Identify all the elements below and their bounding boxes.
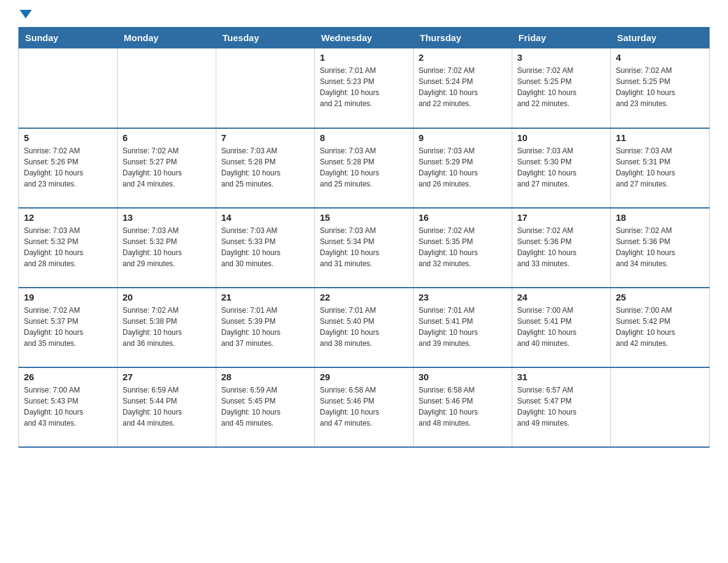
calendar-day-cell (118, 48, 216, 128)
calendar-day-cell: 29Sunrise: 6:58 AM Sunset: 5:46 PM Dayli… (315, 367, 414, 447)
day-number: 28 (221, 372, 309, 382)
calendar-day-cell: 7Sunrise: 7:03 AM Sunset: 5:28 PM Daylig… (216, 128, 315, 208)
day-number: 12 (24, 212, 112, 223)
day-number: 10 (517, 132, 605, 143)
calendar-day-cell: 23Sunrise: 7:01 AM Sunset: 5:41 PM Dayli… (414, 288, 512, 367)
calendar-body: 1Sunrise: 7:01 AM Sunset: 5:23 PM Daylig… (19, 48, 710, 447)
day-number: 16 (419, 212, 507, 223)
calendar-day-cell: 10Sunrise: 7:03 AM Sunset: 5:30 PM Dayli… (512, 128, 611, 208)
day-number: 26 (24, 372, 112, 382)
calendar-day-cell: 9Sunrise: 7:03 AM Sunset: 5:29 PM Daylig… (414, 128, 512, 208)
logo (18, 12, 32, 21)
calendar-day-cell: 24Sunrise: 7:00 AM Sunset: 5:41 PM Dayli… (512, 288, 611, 367)
calendar-header: SundayMondayTuesdayWednesdayThursdayFrid… (19, 28, 710, 48)
calendar-day-cell: 2Sunrise: 7:02 AM Sunset: 5:24 PM Daylig… (414, 48, 512, 128)
day-number: 11 (616, 132, 704, 143)
day-info: Sunrise: 7:03 AM Sunset: 5:32 PM Dayligh… (123, 225, 211, 269)
day-info: Sunrise: 7:03 AM Sunset: 5:33 PM Dayligh… (221, 225, 309, 269)
calendar-day-cell: 12Sunrise: 7:03 AM Sunset: 5:32 PM Dayli… (19, 208, 118, 288)
calendar-day-cell: 1Sunrise: 7:01 AM Sunset: 5:23 PM Daylig… (315, 48, 414, 128)
calendar-day-cell: 11Sunrise: 7:03 AM Sunset: 5:31 PM Dayli… (611, 128, 710, 208)
day-info: Sunrise: 6:58 AM Sunset: 5:46 PM Dayligh… (320, 385, 408, 429)
calendar-header-cell: Tuesday (216, 28, 315, 48)
calendar-day-cell: 6Sunrise: 7:02 AM Sunset: 5:27 PM Daylig… (118, 128, 216, 208)
calendar-day-cell: 30Sunrise: 6:58 AM Sunset: 5:46 PM Dayli… (414, 367, 512, 447)
calendar-day-cell: 18Sunrise: 7:02 AM Sunset: 5:36 PM Dayli… (611, 208, 710, 288)
day-info: Sunrise: 7:01 AM Sunset: 5:39 PM Dayligh… (221, 305, 309, 349)
day-info: Sunrise: 7:03 AM Sunset: 5:28 PM Dayligh… (221, 145, 309, 190)
day-number: 9 (419, 132, 507, 143)
day-info: Sunrise: 7:02 AM Sunset: 5:36 PM Dayligh… (616, 225, 704, 269)
day-number: 29 (320, 372, 408, 382)
day-info: Sunrise: 7:02 AM Sunset: 5:35 PM Dayligh… (419, 225, 507, 269)
day-number: 25 (616, 292, 704, 302)
day-number: 20 (123, 292, 211, 302)
day-number: 8 (320, 132, 408, 143)
day-info: Sunrise: 7:00 AM Sunset: 5:42 PM Dayligh… (616, 305, 704, 349)
day-info: Sunrise: 7:03 AM Sunset: 5:34 PM Dayligh… (320, 225, 408, 269)
day-info: Sunrise: 7:01 AM Sunset: 5:40 PM Dayligh… (320, 305, 408, 349)
day-number: 4 (616, 52, 704, 63)
day-info: Sunrise: 7:00 AM Sunset: 5:41 PM Dayligh… (517, 305, 605, 349)
day-info: Sunrise: 6:57 AM Sunset: 5:47 PM Dayligh… (517, 385, 605, 429)
calendar-day-cell: 16Sunrise: 7:02 AM Sunset: 5:35 PM Dayli… (414, 208, 512, 288)
day-info: Sunrise: 7:02 AM Sunset: 5:36 PM Dayligh… (517, 225, 605, 269)
calendar-week-row: 19Sunrise: 7:02 AM Sunset: 5:37 PM Dayli… (19, 288, 710, 367)
calendar-week-row: 1Sunrise: 7:01 AM Sunset: 5:23 PM Daylig… (19, 48, 710, 128)
day-number: 18 (616, 212, 704, 223)
day-info: Sunrise: 7:02 AM Sunset: 5:26 PM Dayligh… (24, 145, 112, 190)
calendar-day-cell: 21Sunrise: 7:01 AM Sunset: 5:39 PM Dayli… (216, 288, 315, 367)
day-info: Sunrise: 6:59 AM Sunset: 5:44 PM Dayligh… (123, 385, 211, 429)
day-info: Sunrise: 7:02 AM Sunset: 5:25 PM Dayligh… (616, 65, 704, 109)
calendar-header-cell: Sunday (19, 28, 118, 48)
calendar-day-cell: 4Sunrise: 7:02 AM Sunset: 5:25 PM Daylig… (611, 48, 710, 128)
page-header (18, 12, 710, 21)
day-info: Sunrise: 7:02 AM Sunset: 5:38 PM Dayligh… (123, 305, 211, 349)
day-number: 5 (24, 132, 112, 143)
day-info: Sunrise: 7:02 AM Sunset: 5:37 PM Dayligh… (24, 305, 112, 349)
day-info: Sunrise: 6:59 AM Sunset: 5:45 PM Dayligh… (221, 385, 309, 429)
day-info: Sunrise: 7:03 AM Sunset: 5:31 PM Dayligh… (616, 145, 704, 190)
day-number: 17 (517, 212, 605, 223)
day-info: Sunrise: 7:00 AM Sunset: 5:43 PM Dayligh… (24, 385, 112, 429)
day-number: 24 (517, 292, 605, 302)
day-info: Sunrise: 7:03 AM Sunset: 5:32 PM Dayligh… (24, 225, 112, 269)
day-number: 14 (221, 212, 309, 223)
calendar-header-cell: Friday (512, 28, 611, 48)
day-number: 22 (320, 292, 408, 302)
calendar-header-cell: Thursday (414, 28, 512, 48)
calendar-week-row: 12Sunrise: 7:03 AM Sunset: 5:32 PM Dayli… (19, 208, 710, 288)
calendar-header-row: SundayMondayTuesdayWednesdayThursdayFrid… (19, 28, 710, 48)
calendar-day-cell: 20Sunrise: 7:02 AM Sunset: 5:38 PM Dayli… (118, 288, 216, 367)
calendar: SundayMondayTuesdayWednesdayThursdayFrid… (18, 27, 710, 448)
calendar-day-cell: 3Sunrise: 7:02 AM Sunset: 5:25 PM Daylig… (512, 48, 611, 128)
day-number: 27 (123, 372, 211, 382)
calendar-header-cell: Saturday (611, 28, 710, 48)
day-number: 7 (221, 132, 309, 143)
calendar-day-cell: 26Sunrise: 7:00 AM Sunset: 5:43 PM Dayli… (19, 367, 118, 447)
day-info: Sunrise: 7:03 AM Sunset: 5:29 PM Dayligh… (419, 145, 507, 190)
day-number: 2 (419, 52, 507, 63)
day-info: Sunrise: 7:03 AM Sunset: 5:28 PM Dayligh… (320, 145, 408, 190)
calendar-day-cell (611, 367, 710, 447)
calendar-day-cell: 5Sunrise: 7:02 AM Sunset: 5:26 PM Daylig… (19, 128, 118, 208)
day-info: Sunrise: 6:58 AM Sunset: 5:46 PM Dayligh… (419, 385, 507, 429)
calendar-day-cell: 31Sunrise: 6:57 AM Sunset: 5:47 PM Dayli… (512, 367, 611, 447)
day-number: 6 (123, 132, 211, 143)
calendar-day-cell: 19Sunrise: 7:02 AM Sunset: 5:37 PM Dayli… (19, 288, 118, 367)
logo-triangle-icon (20, 10, 32, 18)
day-number: 31 (517, 372, 605, 382)
calendar-day-cell: 27Sunrise: 6:59 AM Sunset: 5:44 PM Dayli… (118, 367, 216, 447)
calendar-day-cell: 8Sunrise: 7:03 AM Sunset: 5:28 PM Daylig… (315, 128, 414, 208)
calendar-day-cell (216, 48, 315, 128)
calendar-week-row: 26Sunrise: 7:00 AM Sunset: 5:43 PM Dayli… (19, 367, 710, 447)
calendar-day-cell: 25Sunrise: 7:00 AM Sunset: 5:42 PM Dayli… (611, 288, 710, 367)
day-number: 21 (221, 292, 309, 302)
calendar-day-cell (19, 48, 118, 128)
day-number: 30 (419, 372, 507, 382)
calendar-day-cell: 17Sunrise: 7:02 AM Sunset: 5:36 PM Dayli… (512, 208, 611, 288)
day-number: 13 (123, 212, 211, 223)
calendar-day-cell: 13Sunrise: 7:03 AM Sunset: 5:32 PM Dayli… (118, 208, 216, 288)
calendar-header-cell: Wednesday (315, 28, 414, 48)
calendar-day-cell: 15Sunrise: 7:03 AM Sunset: 5:34 PM Dayli… (315, 208, 414, 288)
